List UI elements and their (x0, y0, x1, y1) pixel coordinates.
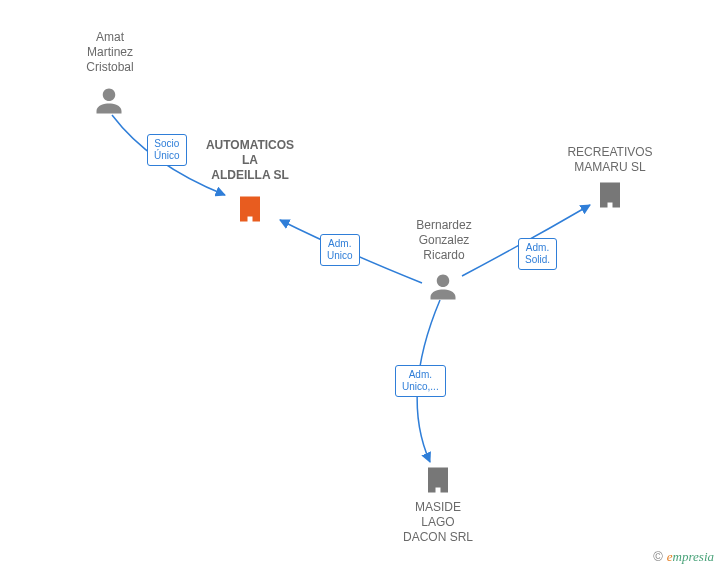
edge-label-socio-unico[interactable]: Socio Único (147, 134, 187, 166)
node-label-amat: Amat Martinez Cristobal (70, 30, 150, 75)
edge-label-adm-unico-1[interactable]: Adm. Unico (320, 234, 360, 266)
person-icon[interactable] (428, 272, 458, 302)
edge-label-adm-solid[interactable]: Adm. Solid. (518, 238, 557, 270)
relationship-diagram: Amat Martinez Cristobal AUTOMATICOS LA A… (0, 0, 728, 575)
node-label-bernardez: Bernardez Gonzalez Ricardo (404, 218, 484, 263)
building-icon[interactable] (423, 465, 453, 495)
node-label-recreativos: RECREATIVOS MAMARU SL (560, 145, 660, 175)
node-label-automaticos: AUTOMATICOS LA ALDEILLA SL (195, 138, 305, 183)
node-label-maside: MASIDE LAGO DACON SRL (398, 500, 478, 545)
person-icon[interactable] (94, 86, 124, 116)
watermark-text: mpresia (673, 549, 714, 564)
building-icon[interactable] (595, 180, 625, 210)
building-icon-focal[interactable] (235, 194, 265, 224)
watermark: ©empresia (653, 549, 714, 565)
copyright-symbol: © (653, 549, 663, 564)
edge-label-adm-unico-2[interactable]: Adm. Unico,... (395, 365, 446, 397)
